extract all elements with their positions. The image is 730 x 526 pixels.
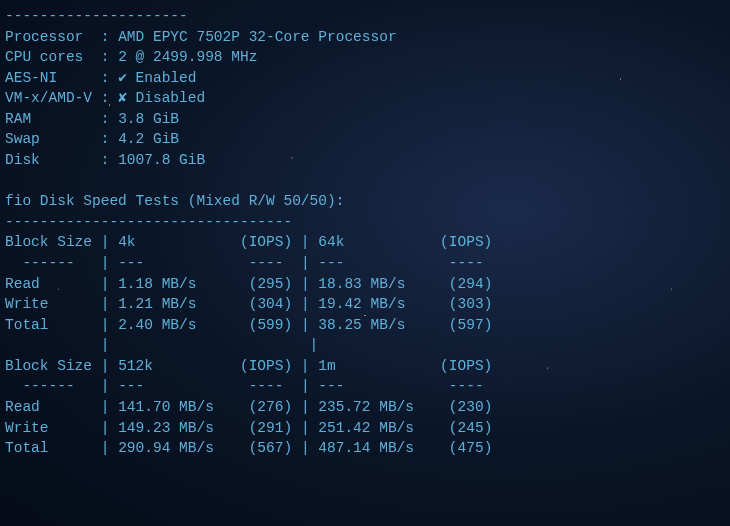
cpu-cores-value: 2 @ 2499.998 MHz [118,49,257,65]
ram-label: RAM [5,111,31,127]
write-512k-iops: (291) [249,420,293,436]
total-4k-iops: (599) [249,317,293,333]
read-512k: 141.70 MB/s [118,399,214,415]
read-64k-iops: (294) [449,276,493,292]
write-4k-iops: (304) [249,296,293,312]
read-label: Read [5,399,40,415]
processor-value: AMD EPYC 7502P 32-Core Processor [118,29,396,45]
read-512k-iops: (276) [249,399,293,415]
total-label: Total [5,317,49,333]
processor-label: Processor [5,29,83,45]
aes-ni-value: Enabled [136,70,197,86]
read-1m: 235.72 MB/s [318,399,414,415]
total-64k: 38.25 MB/s [318,317,405,333]
ram-value: 3.8 GiB [118,111,179,127]
terminal-output: --------------------- Processor : AMD EP… [5,6,725,459]
read-4k-iops: (295) [249,276,293,292]
disk-label: Disk [5,152,40,168]
write-1m: 251.42 MB/s [318,420,414,436]
vmx-value: Disabled [136,90,206,106]
cross-icon: ✘ [118,90,135,106]
swap-label: Swap [5,131,40,147]
disk-value: 1007.8 GiB [118,152,205,168]
col-64k: 64k [318,234,344,250]
col-4k: 4k [118,234,135,250]
iops-header: (IOPS) [440,234,492,250]
fio-title: fio Disk Speed Tests (Mixed R/W 50/50): [5,193,344,209]
fio-separator: --------------------------------- [5,214,292,230]
check-icon: ✔ [118,70,135,86]
read-64k: 18.83 MB/s [318,276,405,292]
total-512k: 290.94 MB/s [118,440,214,456]
block-size-header: Block Size [5,358,92,374]
read-4k: 1.18 MB/s [118,276,196,292]
write-1m-iops: (245) [449,420,493,436]
read-label: Read [5,276,40,292]
swap-value: 4.2 GiB [118,131,179,147]
block-size-header: Block Size [5,234,92,250]
aes-ni-label: AES-NI [5,70,57,86]
col-512k: 512k [118,358,153,374]
vmx-label: VM-x/AMD-V [5,90,92,106]
total-4k: 2.40 MB/s [118,317,196,333]
total-1m-iops: (475) [449,440,493,456]
total-label: Total [5,440,49,456]
write-label: Write [5,296,49,312]
write-4k: 1.21 MB/s [118,296,196,312]
cpu-cores-label: CPU cores [5,49,83,65]
write-512k: 149.23 MB/s [118,420,214,436]
total-64k-iops: (597) [449,317,493,333]
iops-header: (IOPS) [240,358,292,374]
total-1m: 487.14 MB/s [318,440,414,456]
read-1m-iops: (230) [449,399,493,415]
write-64k: 19.42 MB/s [318,296,405,312]
separator-line: --------------------- [5,8,188,24]
iops-header: (IOPS) [440,358,492,374]
iops-header: (IOPS) [240,234,292,250]
write-64k-iops: (303) [449,296,493,312]
col-1m: 1m [318,358,335,374]
total-512k-iops: (567) [249,440,293,456]
write-label: Write [5,420,49,436]
